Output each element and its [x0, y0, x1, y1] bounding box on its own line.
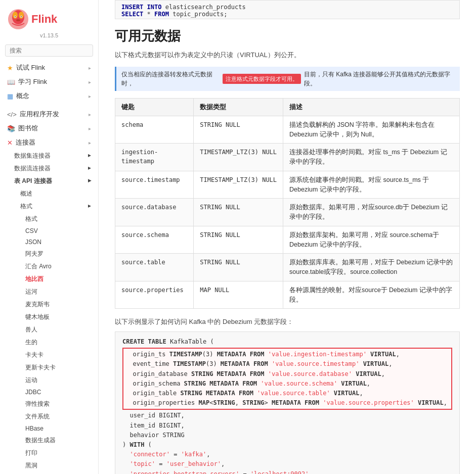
main-content: INSERT INTO elasticsearch_products SELEC… — [99, 0, 476, 474]
code-top-line-1: INSERT INTO elasticsearch_products — [121, 4, 453, 11]
svg-point-6 — [15, 16, 16, 17]
sidebar-item-data-stream[interactable]: 数据流连接器 ▸ — [0, 162, 98, 175]
cell-key: source.timestamp — [115, 171, 194, 199]
sidebar-label-data-stream: 数据流连接器 — [14, 164, 51, 173]
sidebar-label-json: JSON — [25, 239, 41, 246]
sidebar-item-maxwell[interactable]: 麦克斯韦 — [0, 298, 98, 311]
hl-line-6: origin_properties MAP<STRING, STRING> ME… — [125, 398, 449, 408]
cell-desc: 原始数据库架构。如果可用，对应 source.schema于 Debezium … — [283, 226, 460, 254]
sidebar-item-try-flink[interactable]: ★ 试试 Flink ▸ — [0, 61, 98, 75]
normal-line-4: ) WITH ( — [122, 440, 452, 450]
sidebar-item-blackhole[interactable]: 黑洞 — [0, 459, 98, 472]
sidebar-item-format-sub[interactable]: 格式 — [0, 213, 98, 225]
table-row: schema STRING NULL 描述负载解构的 JSON 字符串。如果解构… — [115, 116, 460, 144]
sidebar-label-sheng: 生的 — [25, 338, 37, 347]
cell-type: MAP NULL — [194, 281, 283, 309]
logo-text: Flink — [31, 13, 57, 26]
arrow-icon-batch: ▸ — [88, 152, 91, 160]
cell-key: schema — [115, 116, 194, 144]
version-label: v1.13.5 — [0, 32, 98, 38]
sidebar-item-learn-flink[interactable]: 📖 学习 Flink ▸ — [0, 75, 98, 89]
sidebar-item-overview[interactable]: 概述 — [0, 187, 98, 200]
cell-type: STRING NULL — [194, 226, 283, 254]
sidebar-label-filesystem: 文件系统 — [25, 412, 50, 421]
arrow-icon-library: ▸ — [89, 126, 91, 131]
highlighted-code-block: origin_ts TIMESTAMP(3) METADATA FROM 'va… — [122, 348, 452, 410]
sidebar-label-learn: 学习 Flink — [18, 77, 47, 86]
sidebar-item-app-dev[interactable]: </> 应用程序开发 ▸ — [0, 107, 98, 121]
arrow-icon-try: ▸ — [89, 65, 91, 71]
cell-key: source.properties — [115, 281, 194, 309]
sidebar-item-print[interactable]: 打印 — [0, 447, 98, 459]
sidebar-label-table-api: 表 API 连接器 — [14, 177, 52, 185]
sidebar-label-upsert-kafka: 更新卡夫卡 — [25, 363, 56, 372]
book-icon: 📖 — [7, 78, 15, 86]
code-header: CREATE TABLE KafkaTable ( — [122, 337, 452, 347]
sidebar-item-avro2[interactable]: 汇合 Avro — [0, 260, 98, 273]
arrow-icon-connector: ▸ — [89, 140, 91, 146]
cell-key: source.table — [115, 254, 194, 281]
sidebar-label-datagen: 数据生成器 — [25, 436, 56, 445]
sidebar-item-motion[interactable]: 运动 — [0, 374, 98, 387]
arrow-icon-appdev: ▸ — [89, 112, 91, 117]
cell-type: STRING NULL — [194, 199, 283, 226]
sidebar-item-kafkacard[interactable]: 卡夫卡 — [0, 349, 98, 361]
sidebar-item-orc[interactable]: 兽人 — [0, 323, 98, 336]
sidebar-item-sheng[interactable]: 生的 — [0, 336, 98, 349]
sidebar-label-avro2: 汇合 Avro — [25, 262, 52, 271]
sidebar-label-format: 格式 — [20, 202, 32, 211]
sidebar-item-debezium[interactable]: 地比西 — [0, 273, 98, 286]
sidebar-item-concept[interactable]: ▦ 概念 ▸ — [0, 89, 98, 103]
table-row: source.schema STRING NULL 原始数据库架构。如果可用，对… — [115, 226, 460, 254]
sidebar-item-avro[interactable]: 阿夫罗 — [0, 248, 98, 260]
highlight-badge: 注意格式元数据字段才可用。 — [223, 74, 301, 84]
sidebar-item-data-batch[interactable]: 数据集连接器 ▸ — [0, 150, 98, 162]
sidebar-item-hbase[interactable]: HBase — [0, 423, 98, 434]
cell-type: TIMESTAMP_LTZ(3) NULL — [194, 171, 283, 199]
cell-key: source.schema — [115, 226, 194, 254]
cell-desc: 描述负载解构的 JSON 字符串。如果解构未包含在 Debezium 记录中，则… — [283, 116, 460, 144]
search-input[interactable] — [5, 44, 93, 57]
sidebar-item-connector[interactable]: ✕ 连接器 ▸ — [0, 135, 98, 150]
col-header-desc: 描述 — [283, 98, 460, 116]
sidebar-label-appdev: 应用程序开发 — [20, 110, 59, 119]
cell-desc: 各种源属性的映射。对应source于 Debezium 记录中的字段。 — [283, 281, 460, 309]
sidebar: Flink v1.13.5 ★ 试试 Flink ▸ 📖 学习 Flink ▸ … — [0, 0, 99, 474]
sidebar-item-format[interactable]: 格式 ▸ — [0, 200, 98, 213]
sidebar-item-upsert-kafka[interactable]: 更新卡夫卡 — [0, 361, 98, 374]
sidebar-label-blackhole: 黑洞 — [25, 461, 37, 470]
col-header-key: 键匙 — [115, 98, 194, 116]
cell-type: TIMESTAMP_LTZ(3) NULL — [194, 144, 283, 171]
sidebar-item-jdbc[interactable]: JDBC — [0, 387, 98, 398]
table-row: ingestion-timestamp TIMESTAMP_LTZ(3) NUL… — [115, 144, 460, 171]
hl-line-3: origin_database STRING METADATA FROM 'va… — [125, 369, 449, 379]
table-row: source.database STRING NULL 原始数据库。如果可用，对… — [115, 199, 460, 226]
hl-line-5: origin_table STRING METADATA FROM 'value… — [125, 389, 449, 398]
sidebar-label-hbase: HBase — [25, 425, 44, 432]
sidebar-label-concept: 概念 — [16, 91, 29, 101]
sidebar-label-data-batch: 数据集连接器 — [14, 152, 51, 160]
sidebar-item-csv[interactable]: CSV — [0, 225, 98, 236]
normal-line-5: 'connector' = 'kafka', — [122, 450, 452, 459]
highlight-suffix: 目前，只有 Kafka 连接器能够公开其值格式的元数据字段。 — [304, 70, 455, 88]
sidebar-item-datagen[interactable]: 数据生成器 — [0, 434, 98, 447]
sidebar-item-filesystem[interactable]: 文件系统 — [0, 410, 98, 423]
sidebar-label-print: 打印 — [25, 449, 37, 457]
cell-type: STRING NULL — [194, 254, 283, 281]
sidebar-item-table-api[interactable]: 表 API 连接器 ▸ — [0, 175, 98, 187]
normal-line-2: item_id BIGINT, — [122, 421, 452, 431]
highlight-prefix: 仅当相应的连接器转发格式元数据时， — [121, 70, 220, 88]
star-icon: ★ — [7, 64, 13, 72]
sidebar-item-hive[interactable]: 蜂巢 ▸ — [0, 472, 98, 474]
sidebar-label-orc: 兽人 — [25, 325, 37, 334]
sidebar-item-raw[interactable]: 犍木地板 — [0, 311, 98, 323]
highlight-bar: 仅当相应的连接器转发格式元数据时， 注意格式元数据字段才可用。 目前，只有 Ka… — [115, 67, 460, 91]
table-row: source.properties MAP NULL 各种源属性的映射。对应so… — [115, 281, 460, 309]
sidebar-item-library[interactable]: 📚 图书馆 ▸ — [0, 121, 98, 135]
sidebar-item-canal[interactable]: 运河 — [0, 286, 98, 298]
arrow-icon-learn: ▸ — [89, 79, 91, 85]
sidebar-item-json[interactable]: JSON — [0, 236, 98, 248]
normal-line-6: 'topic' = 'user_behavior', — [122, 459, 452, 469]
connector-icon: ✕ — [7, 139, 13, 147]
sidebar-item-elasticsearch[interactable]: 弹性搜索 — [0, 398, 98, 410]
